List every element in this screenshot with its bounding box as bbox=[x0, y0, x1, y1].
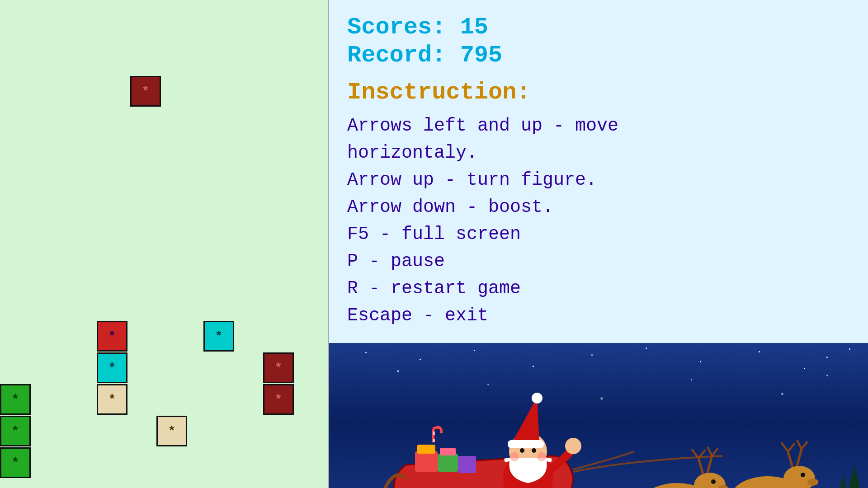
svg-point-3 bbox=[807, 479, 818, 486]
block: * bbox=[263, 352, 294, 383]
svg-rect-39 bbox=[415, 451, 438, 472]
svg-point-23 bbox=[711, 479, 716, 484]
svg-point-54 bbox=[520, 448, 524, 453]
svg-line-28 bbox=[708, 447, 712, 456]
game-area: * * * * * * * * * * * * * * bbox=[0, 0, 329, 488]
svg-line-8 bbox=[797, 449, 802, 466]
block: * bbox=[97, 321, 127, 352]
instruction-line-4: Arrow down - boost. bbox=[347, 194, 850, 221]
block: * bbox=[156, 416, 187, 446]
block: * bbox=[263, 384, 294, 415]
svg-rect-42 bbox=[440, 448, 456, 455]
block: * bbox=[203, 321, 234, 352]
svg-point-4 bbox=[801, 473, 805, 477]
instruction-title: Insctruction: bbox=[347, 79, 850, 106]
svg-rect-43 bbox=[458, 456, 476, 473]
block: * bbox=[97, 352, 127, 383]
svg-point-55 bbox=[532, 448, 536, 453]
instruction-line-6: P - pause bbox=[347, 248, 850, 275]
svg-line-10 bbox=[802, 441, 807, 449]
svg-line-27 bbox=[708, 456, 712, 473]
instruction-line-2: horizontaly. bbox=[347, 140, 850, 167]
block: * bbox=[0, 384, 31, 415]
svg-rect-58 bbox=[508, 440, 544, 448]
block: * bbox=[0, 416, 31, 446]
instruction-line-5: F5 - full screen bbox=[347, 221, 850, 248]
block: * bbox=[130, 76, 161, 107]
svg-line-9 bbox=[797, 440, 802, 449]
svg-rect-40 bbox=[417, 445, 435, 454]
right-panel: Scores: 15 Record: 795 Insctruction: Arr… bbox=[329, 0, 868, 488]
svg-point-60 bbox=[565, 438, 581, 454]
block: * bbox=[97, 384, 127, 415]
instruction-body: Arrows left and up - move horizontaly. A… bbox=[347, 113, 850, 329]
info-area: Scores: 15 Record: 795 Insctruction: Arr… bbox=[329, 0, 868, 343]
svg-line-24 bbox=[698, 458, 703, 474]
instruction-line-7: R - restart game bbox=[347, 275, 850, 302]
svg-point-56 bbox=[510, 452, 519, 461]
record-display: Record: 795 bbox=[347, 42, 850, 70]
scores-display: Scores: 15 bbox=[347, 14, 850, 42]
scores-section: Scores: 15 Record: 795 bbox=[347, 14, 850, 70]
svg-line-6 bbox=[781, 442, 788, 451]
christmas-scene bbox=[329, 343, 868, 488]
svg-point-59 bbox=[532, 393, 542, 404]
instruction-line-1: Arrows left and up - move bbox=[347, 113, 850, 140]
svg-rect-41 bbox=[438, 454, 458, 472]
instruction-line-3: Arrow up - turn figure. bbox=[347, 167, 850, 194]
svg-point-57 bbox=[537, 452, 546, 461]
svg-line-29 bbox=[712, 448, 718, 456]
svg-line-7 bbox=[788, 443, 795, 451]
block: * bbox=[0, 447, 31, 478]
svg-line-5 bbox=[788, 451, 793, 467]
santa-illustration bbox=[338, 352, 867, 488]
instruction-line-8: Escape - exit bbox=[347, 302, 850, 329]
